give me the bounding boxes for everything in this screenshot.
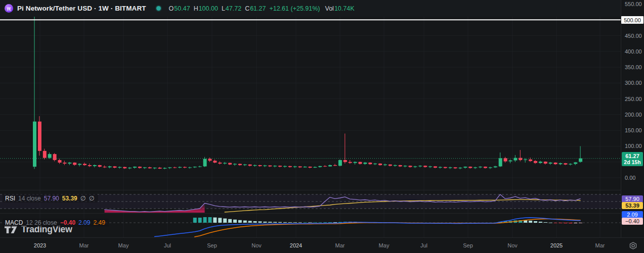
price-tick: 450.00 — [625, 33, 642, 39]
macd-axis-badge: 2.09 — [622, 211, 643, 218]
rsi-empty-value-icon: ∅ — [80, 194, 86, 202]
low-value: 47.72 — [226, 5, 241, 12]
macd-hist-value: −0.40 — [60, 219, 75, 226]
high-label: H — [194, 5, 198, 12]
legend-rsi: RSI 14 close 57.90 53.39 ∅ ∅ — [3, 194, 98, 203]
price-tick: 300.00 — [625, 80, 642, 86]
time-tick-month: Jul — [420, 242, 427, 248]
time-tick-year: 2024 — [290, 242, 302, 248]
price-tick: 350.00 — [625, 64, 642, 70]
price-tick: 250.00 — [625, 96, 642, 102]
change-value: +12.61 (+25.91%) — [269, 5, 320, 12]
macd-hist-axis-badge: −0.40 — [622, 218, 643, 225]
price-tick: 200.00 — [625, 112, 642, 118]
rsi-empty-value-icon: ∅ — [89, 194, 95, 202]
rsi-value: 57.90 — [44, 195, 59, 202]
macd-line-value: 2.09 — [78, 219, 90, 226]
price-line-label: 500.00 — [621, 16, 643, 24]
ohlc-row: O 50.47 H 100.00 L 47.72 C 61.27 +12.61 … — [169, 5, 358, 12]
bar-countdown: 2d 15h — [622, 159, 643, 165]
last-price-badge: 61.27 2d 15h — [622, 152, 643, 166]
price-axis[interactable]: 500.00 61.27 2d 15h 57.90 53.39 2.09 −0.… — [621, 0, 644, 237]
close-label: C — [245, 5, 249, 12]
price-tick: 0.00 — [625, 175, 635, 181]
legend-macd: MACD 12 26 close −0.40 2.09 2.49 — [3, 219, 109, 227]
market-status-icon[interactable] — [156, 6, 161, 11]
time-tick-month: Mar — [335, 242, 345, 248]
time-tick-month: Nov — [507, 242, 518, 248]
macd-title[interactable]: MACD — [5, 219, 23, 226]
open-value: 50.47 — [174, 5, 190, 12]
rsi-params: 14 close — [18, 195, 41, 202]
pi-network-logo-icon: π — [5, 4, 13, 13]
price-tick: 100.00 — [625, 143, 642, 149]
timezone-settings-icon[interactable] — [629, 241, 637, 250]
time-axis[interactable]: 2023MarMayJulSepNov2024MarMayJulSepNov20… — [0, 237, 644, 253]
volume-label: Vol — [325, 5, 334, 12]
rsi-title[interactable]: RSI — [5, 195, 15, 202]
rsi-ma-value: 53.39 — [62, 195, 77, 202]
macd-signal-value: 2.49 — [93, 219, 105, 226]
rsi-axis-badge: 57.90 — [622, 195, 643, 203]
time-tick-month: Mar — [79, 242, 89, 248]
volume-value: 10.74K — [334, 5, 355, 12]
rsi-ma-axis-badge: 53.39 — [622, 202, 643, 209]
trading-chart-window: π Pi Network/Tether USD · 1W · BITMART O… — [0, 0, 644, 253]
price-tick: 150.00 — [625, 127, 642, 133]
time-tick-month: May — [118, 242, 129, 248]
open-label: O — [169, 5, 174, 12]
price-tick: 400.00 — [625, 48, 642, 55]
high-value: 100.00 — [199, 5, 218, 12]
low-label: L — [222, 5, 225, 12]
time-tick-month: Nov — [251, 242, 262, 248]
symbol-title[interactable]: Pi Network/Tether USD · 1W · BITMART — [17, 5, 146, 12]
close-value: 61.27 — [250, 5, 266, 12]
time-tick-year: 2023 — [34, 242, 46, 248]
time-tick-month: Jul — [164, 242, 171, 248]
last-price-value: 61.27 — [622, 153, 643, 159]
time-tick-year: 2025 — [550, 242, 563, 248]
time-tick-month: Sep — [207, 242, 217, 248]
time-tick-month: May — [379, 242, 390, 248]
price-tick: 550.00 — [625, 1, 642, 7]
time-tick-month: Sep — [463, 242, 473, 248]
macd-params: 12 26 close — [26, 219, 57, 226]
chart-canvas[interactable] — [0, 0, 644, 253]
time-tick-month: Mar — [595, 242, 605, 248]
legend-main: π Pi Network/Tether USD · 1W · BITMART O… — [0, 0, 621, 17]
